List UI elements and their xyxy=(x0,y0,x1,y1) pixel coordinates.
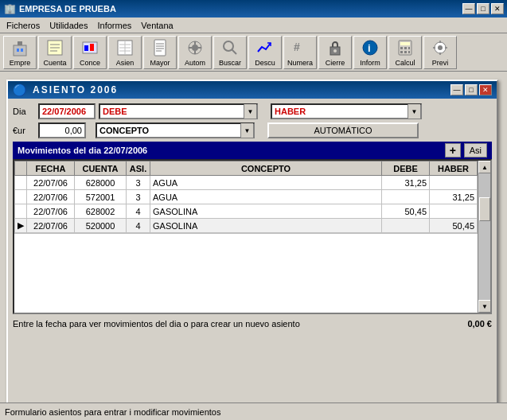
cell-debe: 31,25 xyxy=(382,176,430,190)
asien-label: Asien xyxy=(116,59,135,67)
bottom-status-bar: Formulario asientos para entrar i modifi… xyxy=(0,402,507,420)
empre-button[interactable]: Empre xyxy=(3,36,37,69)
cell-haber: 31,25 xyxy=(430,190,478,204)
svg-rect-39 xyxy=(400,51,403,53)
svg-rect-24 xyxy=(194,51,196,54)
table-row[interactable]: 22/07/06 572001 3 AGUA 31,25 xyxy=(15,190,478,204)
col-indicator xyxy=(15,161,27,176)
scroll-up-button[interactable]: ▲ xyxy=(478,161,491,173)
autom-button[interactable]: Autom xyxy=(178,36,212,69)
conce-button[interactable]: Conce xyxy=(73,36,107,69)
table-row[interactable]: 22/07/06 628000 3 AGUA 31,25 xyxy=(15,176,478,190)
concepto-combo-text: CONCEPTO xyxy=(97,125,240,136)
title-bar-buttons: — □ ✕ xyxy=(462,3,504,14)
cell-debe xyxy=(382,190,430,204)
concepto-combo[interactable]: CONCEPTO ▼ xyxy=(96,122,255,138)
haber-combo[interactable]: HABER ▼ xyxy=(271,103,422,119)
debe-combo[interactable]: DEBE ▼ xyxy=(99,103,258,119)
dialog-close-button[interactable]: ✕ xyxy=(479,84,492,95)
row-indicator xyxy=(15,204,27,219)
buscar-button[interactable]: Buscar xyxy=(213,36,247,69)
menu-utilidades[interactable]: Utilidades xyxy=(45,19,92,32)
cell-cuenta: 520000 xyxy=(75,219,127,233)
menu-ficheros[interactable]: Ficheros xyxy=(2,19,45,32)
descu-button[interactable]: Descu xyxy=(248,36,282,69)
asien-button[interactable]: Asien xyxy=(108,36,142,69)
debe-combo-text: DEBE xyxy=(100,106,244,117)
svg-rect-38 xyxy=(408,47,410,49)
row-indicator xyxy=(15,176,27,190)
svg-point-31 xyxy=(333,49,337,52)
previ-label: Previ xyxy=(432,59,449,67)
svg-rect-1 xyxy=(18,41,22,45)
menu-ventana[interactable]: Ventana xyxy=(136,19,177,32)
cell-debe: 50,45 xyxy=(382,204,430,219)
app-title-bar: 🏢 EMPRESA DE PRUEBA — □ ✕ xyxy=(0,0,507,18)
calcul-button[interactable]: Calcul xyxy=(388,36,422,69)
movements-table: FECHA CUENTA ASI. CONCEPTO DEBE HABER 22… xyxy=(14,161,478,233)
cell-cuenta: 628000 xyxy=(75,176,127,190)
numera-button[interactable]: # Numera xyxy=(283,36,317,69)
mayor-button[interactable]: Mayor xyxy=(143,36,177,69)
inform-label: Inform xyxy=(360,59,380,67)
concepto-combo-arrow[interactable]: ▼ xyxy=(240,123,253,138)
form-row-dia: Dia DEBE ▼ HABER ▼ xyxy=(13,103,492,119)
calcul-label: Calcul xyxy=(395,59,415,67)
cell-fecha: 22/07/06 xyxy=(27,190,75,204)
table-row[interactable]: ▶ 22/07/06 520000 4 GASOLINA 50,45 xyxy=(15,219,478,233)
add-movement-button[interactable]: + xyxy=(445,143,461,158)
cell-asi: 4 xyxy=(127,204,150,219)
cell-fecha: 22/07/06 xyxy=(27,176,75,190)
cuenta-label: Cuenta xyxy=(43,59,66,67)
previ-icon xyxy=(431,38,450,57)
numera-icon: # xyxy=(291,38,310,57)
dialog-maximize-button[interactable]: □ xyxy=(465,84,478,95)
menu-informes[interactable]: Informes xyxy=(93,19,137,32)
cell-fecha: 22/07/06 xyxy=(27,204,75,219)
col-asi-header: ASI. xyxy=(127,161,150,176)
movements-header: Movimientos del dia 22/07/2006 + Asi xyxy=(13,142,492,159)
maximize-button[interactable]: □ xyxy=(477,3,489,14)
toolbar: Empre Cuenta Conce xyxy=(0,33,507,72)
svg-rect-25 xyxy=(189,47,192,49)
haber-combo-arrow[interactable]: ▼ xyxy=(408,104,420,119)
svg-text:#: # xyxy=(294,41,300,53)
svg-rect-3 xyxy=(21,49,23,52)
table-area: FECHA CUENTA ASI. CONCEPTO DEBE HABER 22… xyxy=(14,161,478,313)
menu-bar: Ficheros Utilidades Informes Ventana xyxy=(0,18,507,33)
col-cuenta-header: CUENTA xyxy=(75,161,127,176)
svg-text:i: i xyxy=(368,42,371,54)
close-button[interactable]: ✕ xyxy=(491,3,504,14)
automatico-button[interactable]: AUTOMÁTICO xyxy=(267,122,419,138)
asiento-dialog: 🔵 ASIENTO 2006 — □ ✕ Dia DEBE ▼ HABER ▼ … xyxy=(6,80,498,414)
row-indicator: ▶ xyxy=(15,219,27,233)
svg-rect-16 xyxy=(154,40,166,56)
inform-button[interactable]: i Inform xyxy=(353,36,387,69)
dia-input[interactable] xyxy=(38,103,96,119)
previ-button[interactable]: Previ xyxy=(423,36,457,69)
svg-rect-0 xyxy=(14,45,26,56)
cierre-button[interactable]: Cierre xyxy=(318,36,352,69)
asi-button[interactable]: Asi xyxy=(464,143,487,158)
descu-icon xyxy=(255,38,275,57)
empty-table-area xyxy=(14,233,478,313)
cierre-icon xyxy=(326,38,345,57)
cell-concepto: GASOLINA xyxy=(150,204,382,219)
minimize-button[interactable]: — xyxy=(462,3,475,14)
cuenta-icon xyxy=(45,38,64,57)
dialog-minimize-button[interactable]: — xyxy=(450,84,463,95)
table-row[interactable]: 22/07/06 628002 4 GASOLINA 50,45 xyxy=(15,204,478,219)
movements-title: Movimientos del dia 22/07/2006 xyxy=(18,146,445,155)
eur-input[interactable] xyxy=(38,122,86,138)
svg-rect-23 xyxy=(194,41,196,45)
scroll-thumb[interactable] xyxy=(479,197,490,221)
col-debe-header: DEBE xyxy=(382,161,430,176)
conce-label: Conce xyxy=(80,59,100,67)
svg-rect-26 xyxy=(198,47,201,49)
scroll-down-button[interactable]: ▼ xyxy=(478,300,491,313)
numera-label: Numera xyxy=(287,59,313,67)
cuenta-button[interactable]: Cuenta xyxy=(38,36,72,69)
calcul-icon xyxy=(396,38,415,57)
table-scrollbar[interactable]: ▲ ▼ xyxy=(478,161,490,313)
debe-combo-arrow[interactable]: ▼ xyxy=(244,104,256,119)
